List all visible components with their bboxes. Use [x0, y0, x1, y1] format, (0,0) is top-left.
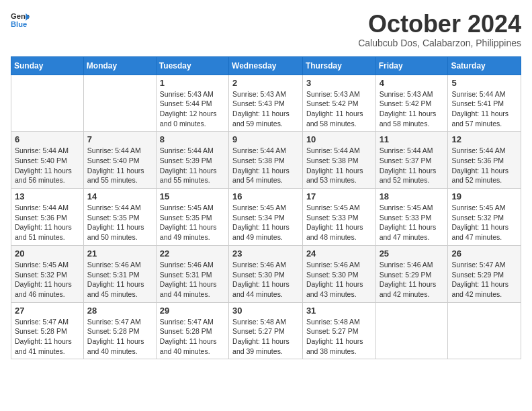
day-number: 23 — [232, 248, 299, 259]
day-number: 27 — [15, 306, 80, 316]
calendar-cell: 13Sunrise: 5:44 AMSunset: 5:36 PMDayligh… — [11, 189, 84, 246]
calendar-cell: 4Sunrise: 5:43 AMSunset: 5:42 PMDaylight… — [375, 75, 448, 132]
day-number: 4 — [380, 78, 445, 88]
page-header: General Blue October 2024 Calubcub Dos, … — [11, 11, 521, 48]
calendar-cell: 7Sunrise: 5:44 AMSunset: 5:40 PMDaylight… — [83, 132, 156, 189]
weekday-header: Sunday — [11, 56, 84, 75]
calendar-cell: 12Sunrise: 5:44 AMSunset: 5:36 PMDayligh… — [448, 132, 521, 189]
day-number: 10 — [306, 134, 372, 144]
day-number: 9 — [232, 134, 299, 144]
day-info: Sunrise: 5:44 AMSunset: 5:41 PMDaylight:… — [451, 89, 517, 129]
calendar-cell: 21Sunrise: 5:46 AMSunset: 5:31 PMDayligh… — [83, 245, 156, 302]
calendar-cell — [11, 75, 84, 132]
day-info: Sunrise: 5:46 AMSunset: 5:30 PMDaylight:… — [306, 260, 372, 300]
calendar-cell: 9Sunrise: 5:44 AMSunset: 5:38 PMDaylight… — [229, 132, 303, 189]
calendar-cell: 19Sunrise: 5:45 AMSunset: 5:32 PMDayligh… — [448, 189, 521, 246]
day-info: Sunrise: 5:47 AMSunset: 5:28 PMDaylight:… — [87, 317, 152, 357]
day-number: 2 — [232, 78, 299, 88]
calendar-cell: 27Sunrise: 5:47 AMSunset: 5:28 PMDayligh… — [11, 302, 84, 359]
calendar-cell: 28Sunrise: 5:47 AMSunset: 5:28 PMDayligh… — [83, 302, 156, 359]
weekday-header: Saturday — [448, 56, 521, 75]
day-info: Sunrise: 5:44 AMSunset: 5:35 PMDaylight:… — [87, 203, 152, 242]
day-number: 6 — [15, 134, 80, 144]
calendar-cell: 20Sunrise: 5:45 AMSunset: 5:32 PMDayligh… — [11, 245, 84, 302]
day-info: Sunrise: 5:45 AMSunset: 5:33 PMDaylight:… — [306, 203, 372, 242]
day-info: Sunrise: 5:44 AMSunset: 5:40 PMDaylight:… — [87, 146, 152, 185]
day-info: Sunrise: 5:44 AMSunset: 5:38 PMDaylight:… — [232, 146, 299, 185]
weekday-header: Tuesday — [156, 56, 228, 75]
day-info: Sunrise: 5:44 AMSunset: 5:37 PMDaylight:… — [380, 146, 445, 185]
day-info: Sunrise: 5:44 AMSunset: 5:38 PMDaylight:… — [306, 146, 372, 185]
day-number: 18 — [380, 191, 445, 201]
calendar-cell: 23Sunrise: 5:46 AMSunset: 5:30 PMDayligh… — [229, 245, 303, 302]
calendar-table: SundayMondayTuesdayWednesdayThursdayFrid… — [11, 56, 521, 360]
weekday-header: Friday — [375, 56, 448, 75]
day-info: Sunrise: 5:44 AMSunset: 5:36 PMDaylight:… — [451, 146, 517, 185]
calendar-cell: 10Sunrise: 5:44 AMSunset: 5:38 PMDayligh… — [302, 132, 375, 189]
calendar-cell: 31Sunrise: 5:48 AMSunset: 5:27 PMDayligh… — [302, 302, 375, 359]
day-info: Sunrise: 5:44 AMSunset: 5:40 PMDaylight:… — [15, 146, 80, 185]
day-info: Sunrise: 5:47 AMSunset: 5:29 PMDaylight:… — [451, 260, 517, 300]
day-number: 25 — [380, 248, 445, 259]
day-number: 13 — [15, 191, 80, 201]
calendar-cell: 5Sunrise: 5:44 AMSunset: 5:41 PMDaylight… — [448, 75, 521, 132]
calendar-cell: 6Sunrise: 5:44 AMSunset: 5:40 PMDaylight… — [11, 132, 84, 189]
calendar-cell: 16Sunrise: 5:45 AMSunset: 5:34 PMDayligh… — [229, 189, 303, 246]
day-number: 21 — [87, 248, 152, 259]
day-info: Sunrise: 5:43 AMSunset: 5:43 PMDaylight:… — [232, 89, 299, 129]
calendar-cell: 30Sunrise: 5:48 AMSunset: 5:27 PMDayligh… — [229, 302, 303, 359]
calendar-cell: 11Sunrise: 5:44 AMSunset: 5:37 PMDayligh… — [375, 132, 448, 189]
logo-icon: General Blue — [11, 11, 30, 30]
day-number: 8 — [160, 134, 225, 144]
location-title: Calubcub Dos, Calabarzon, Philippines — [358, 38, 521, 48]
month-title: October 2024 — [358, 11, 521, 38]
day-number: 28 — [87, 306, 152, 316]
day-info: Sunrise: 5:44 AMSunset: 5:36 PMDaylight:… — [15, 203, 80, 242]
day-number: 3 — [306, 78, 372, 88]
day-info: Sunrise: 5:47 AMSunset: 5:28 PMDaylight:… — [15, 317, 80, 357]
day-info: Sunrise: 5:46 AMSunset: 5:31 PMDaylight:… — [160, 260, 225, 300]
day-info: Sunrise: 5:46 AMSunset: 5:30 PMDaylight:… — [232, 260, 299, 300]
calendar-cell: 25Sunrise: 5:46 AMSunset: 5:29 PMDayligh… — [375, 245, 448, 302]
day-info: Sunrise: 5:45 AMSunset: 5:35 PMDaylight:… — [160, 203, 225, 242]
day-info: Sunrise: 5:47 AMSunset: 5:28 PMDaylight:… — [160, 317, 225, 357]
weekday-header: Monday — [83, 56, 156, 75]
day-number: 14 — [87, 191, 152, 201]
day-info: Sunrise: 5:46 AMSunset: 5:31 PMDaylight:… — [87, 260, 152, 300]
day-number: 15 — [160, 191, 225, 201]
day-number: 20 — [15, 248, 80, 259]
day-number: 30 — [232, 306, 299, 316]
calendar-cell: 22Sunrise: 5:46 AMSunset: 5:31 PMDayligh… — [156, 245, 228, 302]
day-number: 12 — [451, 134, 517, 144]
day-number: 31 — [306, 306, 372, 316]
logo: General Blue — [11, 11, 30, 30]
day-number: 19 — [451, 191, 517, 201]
svg-text:Blue: Blue — [11, 20, 27, 28]
calendar-cell: 2Sunrise: 5:43 AMSunset: 5:43 PMDaylight… — [229, 75, 303, 132]
day-number: 24 — [306, 248, 372, 259]
calendar-cell: 1Sunrise: 5:43 AMSunset: 5:44 PMDaylight… — [156, 75, 228, 132]
day-info: Sunrise: 5:43 AMSunset: 5:42 PMDaylight:… — [380, 89, 445, 129]
day-number: 22 — [160, 248, 225, 259]
day-info: Sunrise: 5:43 AMSunset: 5:42 PMDaylight:… — [306, 89, 372, 129]
day-info: Sunrise: 5:45 AMSunset: 5:33 PMDaylight:… — [380, 203, 445, 242]
day-info: Sunrise: 5:45 AMSunset: 5:32 PMDaylight:… — [15, 260, 80, 300]
calendar-cell: 8Sunrise: 5:44 AMSunset: 5:39 PMDaylight… — [156, 132, 228, 189]
day-number: 29 — [160, 306, 225, 316]
day-number: 1 — [160, 78, 225, 88]
calendar-cell — [375, 302, 448, 359]
day-number: 7 — [87, 134, 152, 144]
day-info: Sunrise: 5:46 AMSunset: 5:29 PMDaylight:… — [380, 260, 445, 300]
title-area: October 2024 Calubcub Dos, Calabarzon, P… — [358, 11, 521, 48]
day-info: Sunrise: 5:48 AMSunset: 5:27 PMDaylight:… — [306, 317, 372, 357]
day-info: Sunrise: 5:44 AMSunset: 5:39 PMDaylight:… — [160, 146, 225, 185]
calendar-cell — [448, 302, 521, 359]
day-info: Sunrise: 5:45 AMSunset: 5:32 PMDaylight:… — [451, 203, 517, 242]
day-number: 26 — [451, 248, 517, 259]
calendar-cell: 29Sunrise: 5:47 AMSunset: 5:28 PMDayligh… — [156, 302, 228, 359]
day-number: 17 — [306, 191, 372, 201]
calendar-cell: 26Sunrise: 5:47 AMSunset: 5:29 PMDayligh… — [448, 245, 521, 302]
day-info: Sunrise: 5:45 AMSunset: 5:34 PMDaylight:… — [232, 203, 299, 242]
day-number: 16 — [232, 191, 299, 201]
calendar-cell: 17Sunrise: 5:45 AMSunset: 5:33 PMDayligh… — [302, 189, 375, 246]
